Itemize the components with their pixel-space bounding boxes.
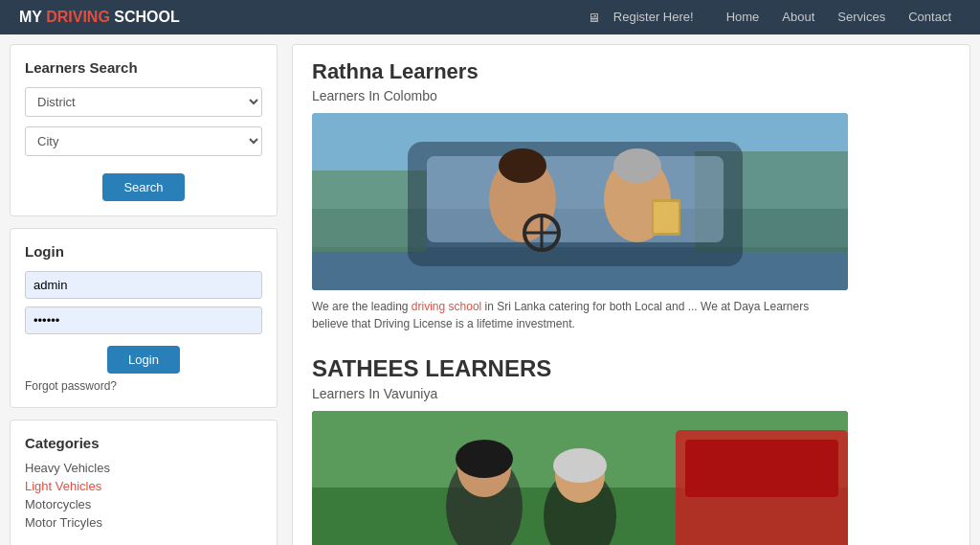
svg-point-12 bbox=[613, 148, 661, 183]
logo-driving: DRIVING bbox=[46, 9, 110, 25]
list-item: Motor Tricyles bbox=[25, 515, 262, 530]
list-item: Motorcycles bbox=[25, 497, 262, 511]
login-button[interactable]: Login bbox=[107, 346, 180, 374]
site-logo: MY DRIVING SCHOOL bbox=[19, 9, 180, 26]
search-box: Learners Search District City Search bbox=[10, 44, 278, 216]
listing-1-svg bbox=[312, 113, 848, 290]
listing-1-title: Rathna Learners bbox=[312, 59, 950, 84]
listing-2-image-overlay: LEARN DRIVING SKILLS bbox=[312, 411, 848, 545]
listing-1-link[interactable]: driving school bbox=[412, 300, 481, 313]
page-layout: Learners Search District City Search Log… bbox=[0, 34, 980, 545]
category-heavy-vehicles[interactable]: Heavy Vehicles bbox=[25, 461, 110, 475]
listing-2-subtitle: Learners In Vavuniya bbox=[312, 386, 950, 401]
username-input[interactable] bbox=[25, 271, 262, 299]
monitor-icon: 🖥 bbox=[588, 11, 600, 25]
listing-1: Rathna Learners Learners In Colombo bbox=[312, 59, 950, 332]
svg-rect-21 bbox=[685, 440, 838, 497]
categories-list: Heavy Vehicles Light Vehicles Motorcycle… bbox=[25, 461, 262, 530]
nav-home[interactable]: Home bbox=[717, 0, 769, 34]
svg-point-9 bbox=[499, 148, 546, 183]
nav-links: 🖥 Register Here! Home About Services Con… bbox=[578, 0, 961, 34]
category-light-vehicles[interactable]: Light Vehicles bbox=[25, 479, 101, 493]
listing-2-svg: LEARN DRIVING SKILLS bbox=[312, 411, 848, 545]
register-link[interactable]: 🖥 Register Here! bbox=[578, 0, 713, 34]
city-select[interactable]: City bbox=[25, 126, 262, 156]
listing-1-subtitle: Learners In Colombo bbox=[312, 88, 950, 103]
logo-my: MY bbox=[19, 9, 46, 25]
categories-box: Categories Heavy Vehicles Light Vehicles… bbox=[10, 420, 278, 545]
district-select[interactable]: District bbox=[25, 87, 262, 117]
login-box: Login Login Forgot password? bbox=[10, 228, 278, 408]
categories-title: Categories bbox=[25, 435, 262, 451]
list-item: Light Vehicles bbox=[25, 479, 262, 493]
svg-point-27 bbox=[553, 448, 607, 483]
password-input[interactable] bbox=[25, 307, 262, 334]
svg-rect-14 bbox=[654, 202, 679, 233]
logo-school: SCHOOL bbox=[110, 9, 180, 25]
category-motorcycles[interactable]: Motorcycles bbox=[25, 497, 91, 511]
listing-2-title: SATHEES LEARNERS bbox=[312, 355, 950, 382]
navbar: MY DRIVING SCHOOL 🖥 Register Here! Home … bbox=[0, 0, 980, 34]
list-item: Heavy Vehicles bbox=[25, 461, 262, 475]
listing-1-image bbox=[312, 113, 848, 290]
listing-2: SATHEES LEARNERS Learners In Vavuniya bbox=[312, 355, 950, 545]
nav-contact[interactable]: Contact bbox=[899, 0, 961, 34]
svg-point-24 bbox=[456, 440, 513, 478]
nav-about[interactable]: About bbox=[772, 0, 824, 34]
category-motor-tricycles[interactable]: Motor Tricyles bbox=[25, 515, 102, 530]
search-button[interactable]: Search bbox=[102, 173, 184, 201]
main-content: Rathna Learners Learners In Colombo bbox=[292, 44, 970, 545]
listing-2-image: LEARN DRIVING SKILLS bbox=[312, 411, 848, 545]
nav-services[interactable]: Services bbox=[828, 0, 895, 34]
login-title: Login bbox=[25, 243, 262, 260]
listing-1-image-overlay bbox=[312, 113, 848, 290]
forgot-password-link[interactable]: Forgot password? bbox=[25, 379, 262, 393]
search-title: Learners Search bbox=[25, 59, 262, 76]
register-link-text[interactable]: Register Here! bbox=[604, 0, 703, 34]
listing-1-description: We are the leading driving school in Sri… bbox=[312, 298, 848, 332]
sidebar: Learners Search District City Search Log… bbox=[10, 44, 278, 545]
